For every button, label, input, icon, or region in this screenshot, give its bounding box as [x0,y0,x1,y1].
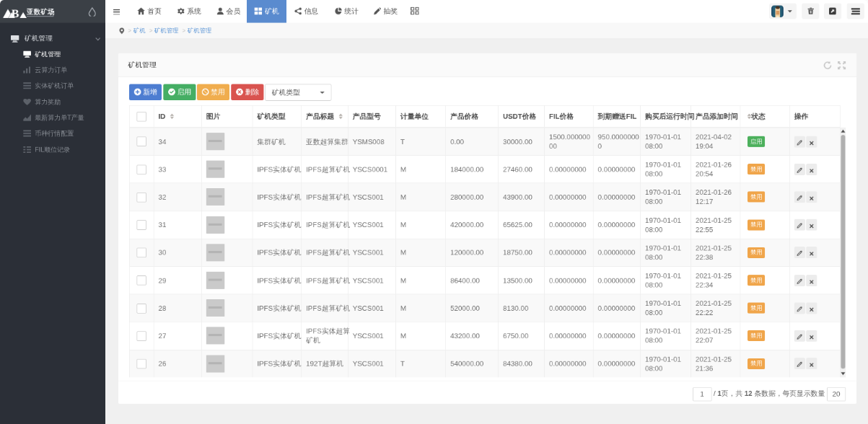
svg-text:B: B [12,7,19,19]
